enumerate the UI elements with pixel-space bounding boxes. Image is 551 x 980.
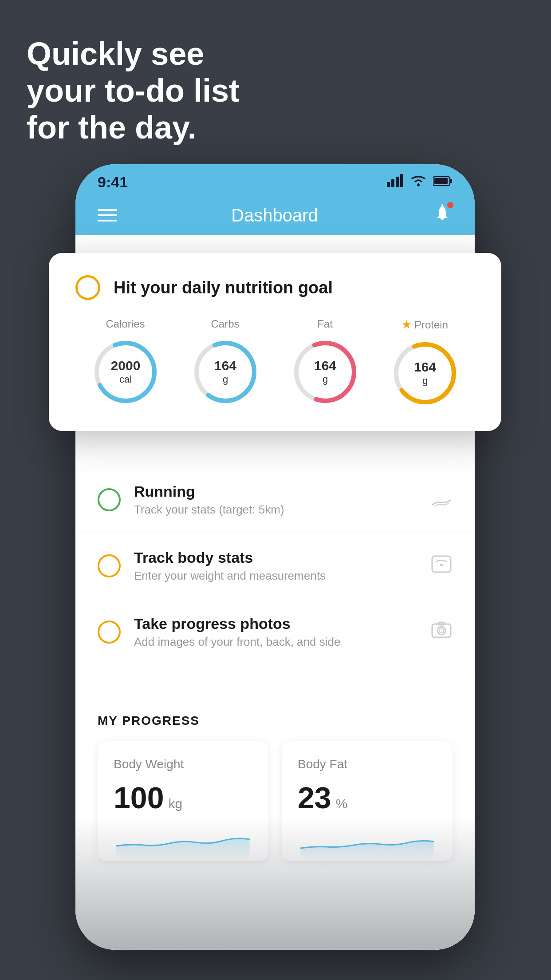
todo-list: Running Track your stats (target: 5km) T…	[75, 467, 475, 665]
photo-icon	[430, 620, 453, 644]
svg-rect-3	[400, 174, 403, 187]
body-fat-label: Body Fat	[298, 757, 437, 771]
todo-text-running: Running Track your stats (target: 5km)	[134, 483, 417, 517]
svg-point-12	[437, 627, 445, 635]
card-header-row: Hit your daily nutrition goal	[75, 275, 475, 300]
body-fat-unit: %	[336, 796, 348, 811]
svg-text:g: g	[422, 375, 427, 386]
wifi-icon	[410, 174, 427, 190]
status-icons	[387, 174, 453, 190]
notification-dot	[447, 202, 453, 208]
fat-circle: 164 g	[290, 336, 361, 407]
body-weight-unit: kg	[168, 796, 182, 811]
calories-label: Calories	[106, 318, 145, 330]
body-weight-label: Body Weight	[114, 757, 252, 771]
protein-star-icon: ★	[401, 318, 412, 332]
nav-title: Dashboard	[231, 205, 318, 225]
body-weight-value-row: 100 kg	[114, 780, 252, 815]
fat-label: Fat	[317, 318, 333, 330]
svg-point-13	[439, 628, 444, 633]
svg-rect-1	[391, 179, 394, 187]
signal-icon	[387, 174, 404, 190]
svg-text:164: 164	[314, 358, 336, 373]
todo-circle-body-stats	[98, 554, 121, 577]
nutrition-carbs: Carbs 164 g	[190, 318, 261, 407]
svg-rect-7	[434, 178, 448, 184]
svg-text:164: 164	[214, 358, 236, 373]
carbs-circle: 164 g	[190, 336, 261, 407]
protein-circle: 164 g	[390, 338, 460, 409]
status-bar: 9:41	[75, 164, 475, 195]
card-title: Hit your daily nutrition goal	[114, 278, 333, 297]
svg-text:g: g	[222, 374, 228, 385]
todo-text-photos: Take progress photos Add images of your …	[134, 615, 417, 649]
running-icon	[430, 489, 453, 511]
nutrition-fat: Fat 164 g	[290, 318, 361, 407]
body-fat-value-row: 23 %	[298, 780, 437, 815]
svg-point-10	[440, 564, 443, 566]
body-weight-chart	[114, 824, 252, 859]
todo-item-photos[interactable]: Take progress photos Add images of your …	[75, 599, 475, 665]
protein-label: ★ Protein	[401, 318, 448, 332]
progress-cards: Body Weight 100 kg	[98, 741, 453, 861]
svg-rect-0	[387, 182, 390, 187]
hero-text: Quickly see your to-do list for the day.	[27, 36, 240, 146]
body-fat-value: 23	[298, 780, 331, 815]
svg-text:cal: cal	[119, 374, 131, 385]
body-fat-card: Body Fat 23 %	[282, 741, 453, 861]
svg-text:2000: 2000	[110, 358, 140, 373]
progress-section: MY PROGRESS Body Weight 100 kg	[75, 692, 475, 861]
nav-bar: Dashboard	[75, 195, 475, 235]
svg-rect-6	[450, 179, 452, 183]
battery-icon	[433, 174, 453, 190]
todo-circle-photos	[98, 620, 121, 644]
status-time: 9:41	[98, 174, 128, 191]
todo-item-running[interactable]: Running Track your stats (target: 5km)	[75, 467, 475, 533]
body-fat-chart	[298, 824, 437, 859]
svg-rect-2	[396, 177, 399, 187]
bell-button[interactable]	[432, 203, 453, 228]
card-indicator-circle	[75, 275, 100, 300]
nutrition-card: Hit your daily nutrition goal Calories 2…	[49, 253, 501, 431]
svg-point-4	[417, 184, 420, 186]
svg-text:164: 164	[413, 360, 436, 374]
todo-item-body-stats[interactable]: Track body stats Enter your weight and m…	[75, 533, 475, 599]
hamburger-menu[interactable]	[98, 209, 117, 221]
body-weight-value: 100	[114, 780, 164, 815]
body-weight-card: Body Weight 100 kg	[98, 741, 268, 861]
nutrition-calories: Calories 2000 cal	[90, 318, 161, 407]
todo-circle-running	[98, 488, 121, 511]
scale-icon	[430, 554, 453, 578]
nutrition-protein: ★ Protein 164 g	[390, 318, 460, 409]
calories-circle: 2000 cal	[90, 336, 161, 407]
progress-title: MY PROGRESS	[98, 714, 453, 728]
todo-text-body-stats: Track body stats Enter your weight and m…	[134, 549, 417, 583]
nutrition-circles: Calories 2000 cal Carbs 164 g	[75, 318, 475, 409]
svg-text:g: g	[322, 374, 327, 385]
carbs-label: Carbs	[211, 318, 239, 330]
